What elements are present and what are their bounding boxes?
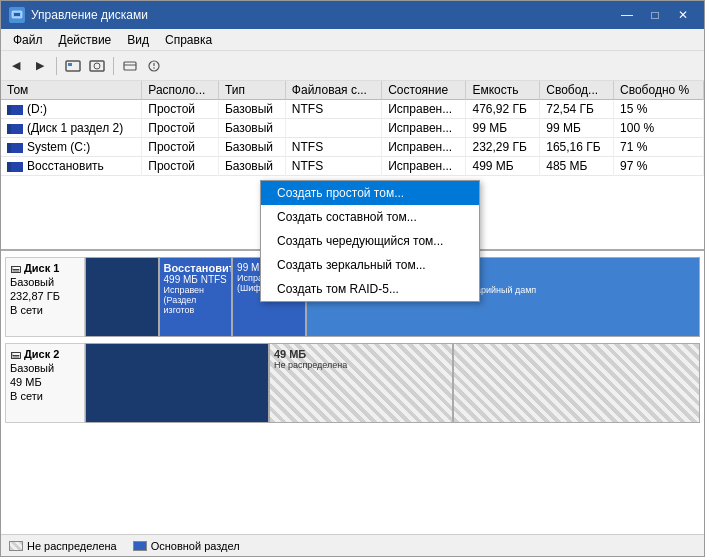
table-row[interactable]: (D:)ПростойБазовыйNTFSИсправен...476,92 …: [1, 100, 704, 119]
legend-primary-label: Основной раздел: [151, 540, 240, 552]
back-button[interactable]: ◀: [5, 55, 27, 77]
content-area: Том Располо... Тип Файловая с... Состоян…: [1, 81, 704, 556]
volume-icon: [7, 143, 23, 153]
disk1-type: Базовый: [10, 276, 80, 288]
toolbar-btn-5[interactable]: [119, 55, 141, 77]
disk2-type: Базовый: [10, 362, 80, 374]
disk2-title: Диск 2: [24, 348, 59, 360]
context-menu: Создать простой том...Создать составной …: [260, 180, 480, 302]
svg-point-10: [153, 67, 155, 69]
volume-icon: [7, 105, 23, 115]
col-tom[interactable]: Том: [1, 81, 142, 100]
title-bar: Управление дисками — □ ✕: [1, 1, 704, 29]
context-menu-item-create-raid5[interactable]: Создать том RAID-5...: [261, 277, 479, 301]
toolbar-btn-4[interactable]: [86, 55, 108, 77]
menu-action[interactable]: Действие: [51, 31, 120, 49]
disk2-status: В сети: [10, 390, 80, 402]
disk2-partition-p2-dark[interactable]: [86, 344, 270, 422]
toolbar-btn-3[interactable]: [62, 55, 84, 77]
table-row[interactable]: (Диск 1 раздел 2)ПростойБазовыйИсправен.…: [1, 119, 704, 138]
disk1-partition-p1-restore[interactable]: Восстановить499 МБ NTFSИсправен (Раздел …: [160, 258, 234, 336]
col-tip[interactable]: Тип: [218, 81, 285, 100]
legend-bar: Не распределена Основной раздел: [1, 534, 704, 556]
disk2-partitions: 49 МБНе распределена: [85, 343, 700, 423]
maximize-button[interactable]: □: [642, 5, 668, 25]
minimize-button[interactable]: —: [614, 5, 640, 25]
context-menu-item-create-span[interactable]: Создать составной том...: [261, 205, 479, 229]
legend-unallocated-box: [9, 541, 23, 551]
disk2-label: 🖴 Диск 2 Базовый 49 МБ В сети: [5, 343, 85, 423]
legend-primary-box: [133, 541, 147, 551]
svg-point-5: [94, 63, 100, 69]
volume-icon: [7, 162, 23, 172]
legend-unallocated: Не распределена: [9, 540, 117, 552]
svg-rect-6: [124, 62, 136, 70]
col-svobod[interactable]: Свобод...: [540, 81, 614, 100]
context-menu-item-create-stripe[interactable]: Создать чередующийся том...: [261, 229, 479, 253]
close-button[interactable]: ✕: [670, 5, 696, 25]
disk1-label: 🖴 Диск 1 Базовый 232,87 ГБ В сети: [5, 257, 85, 337]
app-icon: [9, 7, 25, 23]
menu-bar: Файл Действие Вид Справка: [1, 29, 704, 51]
context-menu-item-create-mirror[interactable]: Создать зеркальный том...: [261, 253, 479, 277]
svg-rect-1: [14, 13, 20, 16]
disk2-row: 🖴 Диск 2 Базовый 49 МБ В сети 49 МБНе ра…: [5, 343, 700, 423]
table-row[interactable]: System (C:)ПростойБазовыйNTFSИсправен...…: [1, 138, 704, 157]
disk1-status: В сети: [10, 304, 80, 316]
disk1-icon: 🖴: [10, 262, 21, 274]
col-raspolozhenie[interactable]: Располо...: [142, 81, 219, 100]
col-svobod-pct[interactable]: Свободно %: [614, 81, 704, 100]
disk2-partition-p2-unalloc1[interactable]: 49 МБНе распределена: [270, 344, 454, 422]
toolbar-separator-2: [113, 57, 114, 75]
window-controls: — □ ✕: [614, 5, 696, 25]
menu-file[interactable]: Файл: [5, 31, 51, 49]
main-window: Управление дисками — □ ✕ Файл Действие В…: [0, 0, 705, 557]
toolbar-separator-1: [56, 57, 57, 75]
toolbar-btn-6[interactable]: [143, 55, 165, 77]
volume-icon: [7, 124, 23, 134]
col-fs[interactable]: Файловая с...: [285, 81, 381, 100]
menu-view[interactable]: Вид: [119, 31, 157, 49]
col-emkost[interactable]: Емкость: [466, 81, 540, 100]
disk2-icon: 🖴: [10, 348, 21, 360]
window-title: Управление дисками: [31, 8, 148, 22]
legend-unallocated-label: Не распределена: [27, 540, 117, 552]
disk1-partition-p1-dark[interactable]: [86, 258, 160, 336]
forward-button[interactable]: ▶: [29, 55, 51, 77]
disk2-size: 49 МБ: [10, 376, 80, 388]
disk1-size: 232,87 ГБ: [10, 290, 80, 302]
disk1-title: Диск 1: [24, 262, 59, 274]
context-menu-item-create-simple[interactable]: Создать простой том...: [261, 181, 479, 205]
disk2-partition-p2-unalloc2[interactable]: [454, 344, 699, 422]
svg-rect-3: [68, 63, 72, 66]
menu-help[interactable]: Справка: [157, 31, 220, 49]
col-status[interactable]: Состояние: [382, 81, 466, 100]
toolbar: ◀ ▶: [1, 51, 704, 81]
table-row[interactable]: ВосстановитьПростойБазовыйNTFSИсправен..…: [1, 157, 704, 176]
legend-primary: Основной раздел: [133, 540, 240, 552]
